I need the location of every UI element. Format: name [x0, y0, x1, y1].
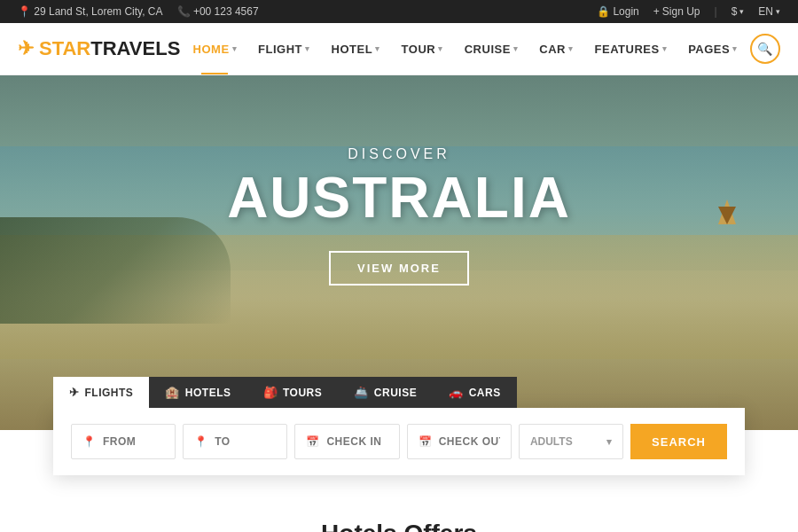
- tab-cruise-label: CRUISE: [374, 387, 417, 399]
- tab-cars-label: CARS: [469, 387, 501, 399]
- from-field: 📍: [71, 424, 176, 459]
- location-icon: 📍: [18, 5, 31, 18]
- nav-item-home[interactable]: HOME ▾: [184, 35, 246, 63]
- cruise-icon: 🚢: [354, 386, 369, 399]
- nav-car-chevron-icon: ▾: [568, 44, 574, 53]
- search-form: 📍 📍 📅 📅 ADULTS ▾ SEARCH: [53, 408, 745, 475]
- adults-chevron-icon: ▾: [606, 436, 612, 448]
- tab-flights[interactable]: ✈ FLIGHTS: [53, 377, 149, 408]
- search-section: ✈ FLIGHTS 🏨 HOTELS 🎒 TOURS 🚢 CRUISE 🚗 CA…: [0, 377, 798, 475]
- nav-features-chevron-icon: ▾: [662, 44, 668, 53]
- checkin-field: 📅: [294, 424, 399, 459]
- from-location-icon: 📍: [82, 435, 96, 448]
- to-field: 📍: [183, 424, 287, 459]
- logo-star-text: STAR: [39, 37, 90, 59]
- currency-text: $: [732, 5, 738, 18]
- hotels-offers-section: Hotels Offers: [0, 475, 798, 532]
- top-bar-right: 🔒 Login + Sign Up | $ ▾ EN ▾: [597, 5, 780, 18]
- logo-text: STARTRAVELS: [39, 37, 180, 60]
- language-dropdown[interactable]: EN ▾: [758, 5, 780, 18]
- nav-tour-chevron-icon: ▾: [438, 44, 443, 53]
- address-text: 29 Land St, Lorem City, CA: [34, 5, 162, 18]
- top-bar-left: 📍 29 Land St, Lorem City, CA 📞 +00 123 4…: [18, 5, 259, 18]
- language-chevron-icon: ▾: [776, 7, 780, 16]
- nav-cruise-chevron-icon: ▾: [513, 44, 519, 53]
- nav-item-car[interactable]: CAR ▾: [530, 35, 582, 63]
- address-info: 📍 29 Land St, Lorem City, CA: [18, 5, 163, 18]
- checkout-field: 📅: [407, 424, 512, 459]
- logo: ✈ STARTRAVELS: [18, 37, 180, 60]
- tab-cars[interactable]: 🚗 CARS: [433, 377, 517, 408]
- top-bar: 📍 29 Land St, Lorem City, CA 📞 +00 123 4…: [0, 0, 798, 23]
- tab-flights-label: FLIGHTS: [85, 387, 134, 399]
- search-icon: 🔍: [757, 42, 772, 56]
- hero-title: AUSTRALIA: [0, 169, 798, 226]
- nav-menu: HOME ▾ FLIGHT ▾ HOTEL ▾ TOUR ▾ CRUISE: [184, 35, 747, 63]
- login-text: Login: [613, 5, 638, 18]
- nav-flight-chevron-icon: ▾: [305, 44, 310, 53]
- logo-travels-text: TRAVELS: [90, 37, 180, 59]
- flights-icon: ✈: [69, 386, 80, 399]
- tab-hotels-label: HOTELS: [185, 387, 231, 399]
- nav-home-label: HOME: [193, 43, 230, 56]
- nav-pages-label: PAGES: [688, 43, 730, 56]
- navbar: ✈ STARTRAVELS HOME ▾ FLIGHT ▾ HOTEL ▾: [0, 23, 798, 75]
- signup-text: Sign Up: [662, 5, 700, 18]
- hotels-icon: 🏨: [165, 386, 180, 399]
- nav-item-flight[interactable]: FLIGHT ▾: [249, 35, 318, 63]
- to-location-icon: 📍: [194, 435, 207, 448]
- logo-star-icon: ✈: [18, 37, 34, 60]
- tours-icon: 🎒: [263, 386, 278, 399]
- tab-tours-label: TOURS: [283, 387, 322, 399]
- checkin-calendar-icon: 📅: [306, 435, 319, 448]
- nav-item-cruise[interactable]: CRUISE ▾: [456, 35, 528, 63]
- hero-discover-text: DISCOVER: [0, 146, 798, 162]
- tab-hotels[interactable]: 🏨 HOTELS: [149, 377, 246, 408]
- nav-item-tour[interactable]: TOUR ▾: [393, 35, 452, 63]
- from-input[interactable]: [103, 435, 164, 448]
- login-link[interactable]: 🔒 Login: [597, 5, 639, 18]
- separator: |: [715, 5, 717, 18]
- nav-tour-label: TOUR: [402, 43, 436, 56]
- nav-car-label: CAR: [539, 43, 566, 56]
- hotels-offers-title: Hotels Offers: [18, 520, 780, 532]
- nav-item-features[interactable]: FEATURES ▾: [586, 35, 677, 63]
- nav-home-chevron-icon: ▾: [232, 44, 238, 53]
- tab-tours[interactable]: 🎒 TOURS: [247, 377, 339, 408]
- cars-icon: 🚗: [449, 386, 464, 399]
- search-button[interactable]: SEARCH: [630, 424, 727, 459]
- search-tabs: ✈ FLIGHTS 🏨 HOTELS 🎒 TOURS 🚢 CRUISE 🚗 CA…: [53, 377, 745, 408]
- nav-hotel-label: HOTEL: [332, 43, 373, 56]
- nav-flight-label: FLIGHT: [258, 43, 302, 56]
- nav-item-hotel[interactable]: HOTEL ▾: [323, 35, 389, 63]
- nav-hotel-chevron-icon: ▾: [375, 44, 380, 53]
- lock-icon: 🔒: [597, 5, 610, 18]
- hero-view-more-button[interactable]: VIEW MORE: [329, 251, 469, 286]
- phone-text: +00 123 4567: [193, 5, 259, 18]
- checkin-input[interactable]: [326, 435, 387, 448]
- nav-pages-chevron-icon: ▾: [732, 44, 738, 53]
- nav-search-button[interactable]: 🔍: [750, 34, 780, 64]
- hero-content: DISCOVER AUSTRALIA VIEW MORE: [0, 75, 798, 286]
- checkout-calendar-icon: 📅: [419, 435, 432, 448]
- tab-cruise[interactable]: 🚢 CRUISE: [338, 377, 433, 408]
- checkout-input[interactable]: [439, 435, 500, 448]
- signup-link[interactable]: + Sign Up: [653, 5, 700, 18]
- nav-features-label: FEATURES: [595, 43, 660, 56]
- plus-icon: +: [653, 5, 660, 18]
- adults-label: ADULTS: [530, 435, 573, 448]
- phone-info: 📞 +00 123 4567: [177, 5, 259, 18]
- language-text: EN: [758, 5, 773, 18]
- to-input[interactable]: [215, 435, 276, 448]
- phone-icon: 📞: [177, 5, 191, 18]
- currency-dropdown[interactable]: $ ▾: [732, 5, 745, 18]
- adults-dropdown[interactable]: ADULTS ▾: [519, 424, 623, 459]
- nav-cruise-label: CRUISE: [465, 43, 511, 56]
- nav-item-pages[interactable]: PAGES ▾: [679, 35, 747, 63]
- currency-chevron-icon: ▾: [739, 7, 744, 16]
